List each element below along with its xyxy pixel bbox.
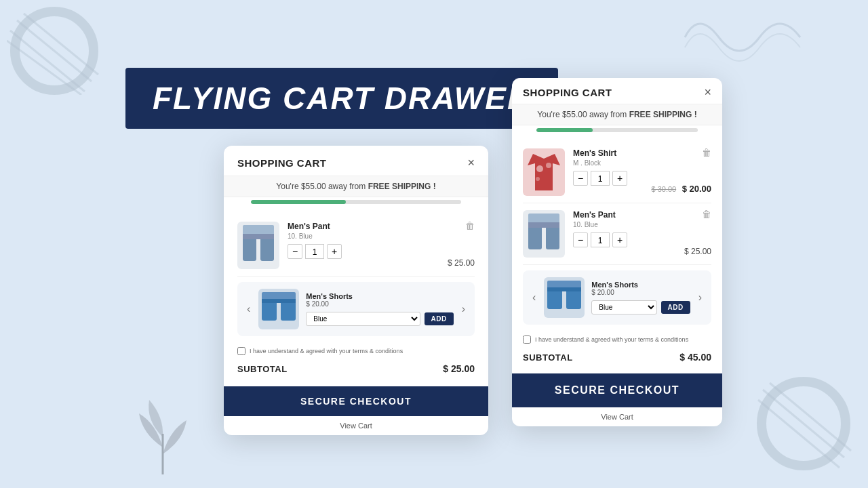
svg-rect-17 xyxy=(262,299,296,303)
item-img-shirt-large xyxy=(523,148,565,196)
item-name-pant-large: Men's Pant xyxy=(573,210,679,220)
close-button-small[interactable]: × xyxy=(467,157,475,169)
item-variant-pant-large: 10. Blue xyxy=(573,221,679,228)
pants-illustration-large xyxy=(523,210,565,258)
shipping-highlight-large: FREE SHIPPING ! xyxy=(629,110,697,119)
view-cart-link-small[interactable]: View Cart xyxy=(224,416,488,435)
qty-increase-pant-large[interactable]: + xyxy=(612,232,627,247)
delete-pant-small[interactable]: 🗑 xyxy=(465,220,475,231)
qty-decrease-pant-large[interactable]: − xyxy=(573,232,588,247)
shipping-highlight-small: FREE SHIPPING ! xyxy=(368,182,436,191)
subtotal-label-small: SUBTOTAL xyxy=(237,364,288,374)
title-banner: FLYING CART DRAWER xyxy=(125,68,558,129)
progress-bar-fill-small xyxy=(251,200,346,204)
view-cart-link-large[interactable]: View Cart xyxy=(512,407,722,426)
upsell-slider-small: ‹ Men's Shorts $ 20.00 Blue xyxy=(237,282,475,336)
qty-decrease-shirt-large[interactable]: − xyxy=(573,171,588,186)
shipping-message-large: You're $55.00 away from xyxy=(537,110,629,119)
cart-card-small: SHOPPING CART × You're $55.00 away from … xyxy=(224,146,488,435)
upsell-add-button-large[interactable]: ADD xyxy=(661,301,690,314)
item-img-pant-large xyxy=(523,210,565,258)
upsell-price-large: $ 20.00 xyxy=(591,289,690,296)
cart-item-pant-small: Men's Pant 10. Blue − 1 + $ 25.00 🗑 xyxy=(237,215,475,277)
cart-body-large: Men's Shirt M . Block − 1 + $ 30.00 $ 20… xyxy=(512,138,722,373)
svg-point-21 xyxy=(536,177,540,181)
svg-rect-25 xyxy=(528,222,559,228)
item-variant-pant-small: 10. Blue xyxy=(288,232,442,240)
qty-control-shirt-large: − 1 + xyxy=(573,171,648,186)
cart-title-small: SHOPPING CART xyxy=(237,157,327,169)
qty-value-pant-small: 1 xyxy=(305,244,324,259)
upsell-img-small xyxy=(258,289,299,329)
item-price-pant-small: $ 25.00 xyxy=(448,258,475,269)
terms-text-large: I have understand & agreed with your ter… xyxy=(535,336,688,343)
upsell-price-small: $ 20.00 xyxy=(306,300,453,308)
close-button-large[interactable]: × xyxy=(704,86,711,98)
terms-row-small: I have understand & agreed with your ter… xyxy=(237,342,475,359)
item-price-current-shirt-large: $ 20.00 xyxy=(682,184,711,194)
svg-rect-22 xyxy=(528,214,559,224)
qty-value-shirt-large: 1 xyxy=(591,171,610,186)
subtotal-row-small: SUBTOTAL $ 25.00 xyxy=(237,359,475,381)
progress-bar-large xyxy=(536,128,698,132)
subtotal-label-large: SUBTOTAL xyxy=(523,352,573,363)
upsell-add-button-small[interactable]: ADD xyxy=(425,312,454,325)
item-price-pant-large: $ 25.00 xyxy=(684,247,711,258)
shirt-illustration-large xyxy=(523,148,565,196)
checkout-button-small[interactable]: SECURE CHECKOUT xyxy=(224,386,488,416)
upsell-next-large[interactable]: › xyxy=(697,291,703,304)
upsell-prev-small[interactable]: ‹ xyxy=(245,303,252,315)
item-price-original-shirt-large: $ 30.00 xyxy=(651,185,676,193)
svg-marker-18 xyxy=(528,154,560,190)
svg-rect-13 xyxy=(243,234,274,239)
item-info-pant-small: Men's Pant 10. Blue − 1 + xyxy=(288,222,442,259)
terms-checkbox-large[interactable] xyxy=(523,336,531,344)
svg-point-19 xyxy=(536,165,543,172)
cart-item-shirt-large: Men's Shirt M . Block − 1 + $ 30.00 $ 20… xyxy=(523,142,711,203)
upsell-row-small: Blue Red ADD xyxy=(306,312,453,326)
qty-increase-shirt-large[interactable]: + xyxy=(612,171,627,186)
item-variant-shirt-large: M . Block xyxy=(573,159,648,167)
shipping-message-small: You're $55.00 away from xyxy=(276,182,368,191)
cart-card-large: SHOPPING CART × You're $55.00 away from … xyxy=(512,78,722,426)
progress-bar-small xyxy=(251,200,461,204)
svg-point-20 xyxy=(546,163,551,168)
upsell-color-select-small[interactable]: Blue Red xyxy=(306,312,420,326)
shipping-banner-large: You're $55.00 away from FREE SHIPPING ! xyxy=(512,104,722,125)
checkout-button-large[interactable]: SECURE CHECKOUT xyxy=(512,373,722,407)
svg-rect-29 xyxy=(547,287,581,291)
upsell-img-large xyxy=(544,277,585,318)
svg-rect-10 xyxy=(243,225,274,235)
upsell-color-select-large[interactable]: Blue Red xyxy=(591,300,656,314)
item-price-group-shirt-large: $ 30.00 $ 20.00 xyxy=(651,182,711,196)
qty-control-pant-large: − 1 + xyxy=(573,232,679,247)
upsell-name-small: Men's Shorts xyxy=(306,292,453,300)
cart-title-large: SHOPPING CART xyxy=(523,87,612,98)
progress-bar-fill-large xyxy=(536,128,593,132)
upsell-slider-large: ‹ Men's Shorts $ 20.00 Blue xyxy=(523,270,711,325)
page-title: FLYING CART DRAWER xyxy=(153,80,531,117)
upsell-name-large: Men's Shorts xyxy=(591,281,690,289)
terms-text-small: I have understand & agreed with your ter… xyxy=(250,348,403,354)
item-img-pant-small xyxy=(237,222,279,269)
subtotal-row-large: SUBTOTAL $ 45.00 xyxy=(523,348,711,369)
qty-control-pant-small: − 1 + xyxy=(288,244,442,259)
pants-illustration-small xyxy=(237,222,279,269)
qty-increase-pant-small[interactable]: + xyxy=(327,244,342,259)
upsell-prev-large[interactable]: ‹ xyxy=(531,291,537,304)
item-name-shirt-large: Men's Shirt xyxy=(573,148,648,158)
terms-checkbox-small[interactable] xyxy=(237,347,245,355)
delete-pant-large[interactable]: 🗑 xyxy=(702,209,711,220)
page-content: FLYING CART DRAWER SHOPPING CART × You'r… xyxy=(0,0,868,488)
shorts-illustration-large xyxy=(544,277,585,318)
qty-decrease-pant-small[interactable]: − xyxy=(288,244,302,259)
subtotal-value-small: $ 25.00 xyxy=(443,363,475,374)
upsell-next-small[interactable]: › xyxy=(460,303,467,315)
shorts-illustration-small xyxy=(258,289,299,329)
terms-row-large: I have understand & agreed with your ter… xyxy=(523,330,711,348)
cart-header-large: SHOPPING CART × xyxy=(512,78,722,104)
upsell-info-large: Men's Shorts $ 20.00 Blue Red ADD xyxy=(591,281,690,314)
item-info-shirt-large: Men's Shirt M . Block − 1 + xyxy=(573,148,648,186)
cart-body-small: Men's Pant 10. Blue − 1 + $ 25.00 🗑 ‹ xyxy=(224,209,488,386)
delete-shirt-large[interactable]: 🗑 xyxy=(702,147,711,158)
